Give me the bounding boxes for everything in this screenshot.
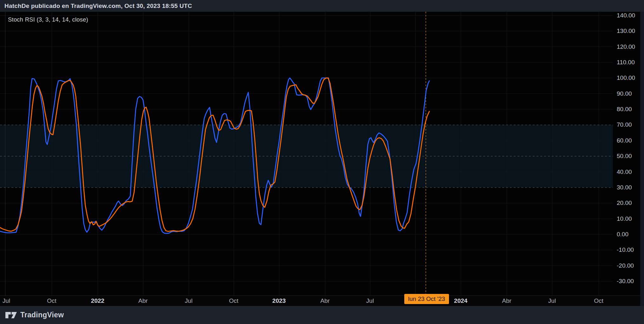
time-axis-label: Jul: [185, 297, 192, 304]
price-scale-label: 50.00: [617, 153, 632, 160]
published-chart-page: HatchDe publicado en TradingView.com, Oc…: [0, 0, 644, 324]
time-axis-label: Jul: [3, 297, 10, 304]
time-axis-label: Jul: [548, 297, 556, 304]
price-scale-label: 20.00: [617, 200, 632, 206]
last-date-badge: lun 23 Oct '23: [404, 294, 449, 304]
price-scale-label: 30.00: [617, 184, 632, 191]
price-scale-label: 120.00: [617, 43, 635, 50]
time-axis-label: Abr: [502, 297, 511, 304]
price-scale-label: 40.00: [617, 168, 632, 175]
price-scale-label: 10.00: [617, 215, 632, 222]
time-axis-label: Jul: [366, 297, 374, 304]
time-axis-label: 2022: [91, 297, 104, 304]
page-title: HatchDe publicado en TradingView.com, Oc…: [4, 3, 192, 10]
time-axis-label: Oct: [594, 297, 603, 304]
price-scale-label: 0.00: [617, 231, 628, 238]
indicator-legend[interactable]: Stoch RSI (3, 3, 14, 14, close): [8, 16, 88, 23]
price-scale-label: -10.00: [617, 246, 634, 253]
time-axis-label: 2023: [272, 297, 286, 304]
time-axis-label: Abr: [138, 297, 148, 304]
price-scale-label: 70.00: [617, 121, 632, 128]
tradingview-logo-icon[interactable]: [5, 311, 17, 319]
price-scale-label: 110.00: [617, 59, 635, 66]
price-scale[interactable]: 140.00130.00120.00110.00100.0090.0080.00…: [613, 12, 644, 295]
time-axis-label: 2024: [454, 297, 467, 304]
footer-bar: TradingView: [0, 306, 644, 324]
time-axis-label: Oct: [47, 297, 56, 304]
price-scale-label: 90.00: [617, 90, 632, 97]
chart-pane[interactable]: [0, 12, 644, 295]
price-scale-label: -20.00: [617, 262, 634, 269]
time-axis-label: Oct: [229, 297, 238, 304]
page-right-edge: [640, 12, 644, 306]
price-scale-label: 80.00: [617, 106, 632, 113]
price-scale-label: 130.00: [617, 28, 635, 35]
price-scale-label: 60.00: [617, 137, 632, 144]
price-scale-label: 140.00: [617, 12, 635, 19]
price-scale-label: -30.00: [617, 278, 634, 285]
stoch-rsi-chart[interactable]: [0, 12, 613, 295]
time-axis-label: Abr: [320, 297, 330, 304]
price-scale-label: 100.00: [617, 74, 635, 81]
tradingview-brand[interactable]: TradingView: [20, 311, 64, 319]
time-axis[interactable]: JulOct2022AbrJulOct2023AbrJul2024AbrJulO…: [0, 295, 644, 306]
top-bar: HatchDe publicado en TradingView.com, Oc…: [0, 0, 644, 12]
